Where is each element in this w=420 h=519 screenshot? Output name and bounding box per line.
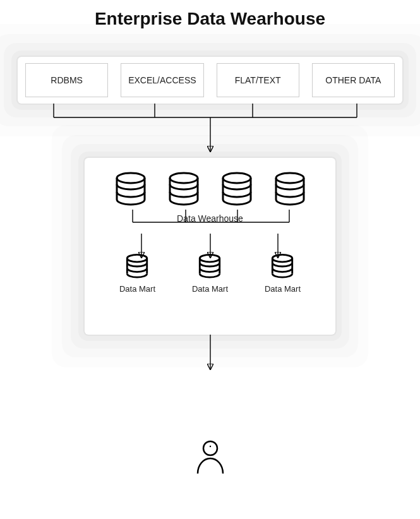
database-icon [197,254,222,282]
warehouse-db-row [101,172,319,210]
diagram-title: Enterprise Data Wearhouse [0,9,420,29]
svg-point-5 [200,254,220,261]
data-mart-row: Data Mart Data Mart Data Mart [101,254,319,294]
warehouse-label: Data Wearhouse [101,213,319,224]
svg-point-0 [117,173,145,183]
data-mart-label: Data Mart [119,284,155,294]
data-mart: Data Mart [265,254,301,294]
database-icon [113,172,148,210]
database-icon [270,254,295,282]
diagram-stage: Enterprise Data Wearhouse RDBMS EXCEL/AC… [0,0,420,519]
source-rdbms: RDBMS [25,63,108,97]
sources-row: RDBMS EXCEL/ACCESS FLAT/TEXT OTHER DATA [18,57,402,104]
svg-point-6 [273,254,292,261]
source-flat: FLAT/TEXT [217,63,299,97]
user-icon [190,436,231,479]
svg-point-1 [170,173,198,183]
data-mart: Data Mart [119,254,155,294]
database-icon [166,172,201,210]
warehouse-panel: Data Wearhouse Data Mart Data Mart Data … [85,158,335,335]
user-block [0,436,420,479]
svg-point-4 [128,254,147,261]
svg-point-8 [209,446,210,447]
data-mart-label: Data Mart [265,284,301,294]
database-icon [219,172,255,210]
source-other: OTHER DATA [312,63,395,97]
data-mart: Data Mart [192,254,228,294]
svg-point-7 [203,441,217,455]
svg-point-3 [276,173,304,183]
source-excel: EXCEL/ACCESS [121,63,203,97]
svg-point-2 [223,173,251,183]
data-mart-label: Data Mart [192,284,228,294]
database-icon [124,254,150,282]
database-icon [272,172,308,210]
